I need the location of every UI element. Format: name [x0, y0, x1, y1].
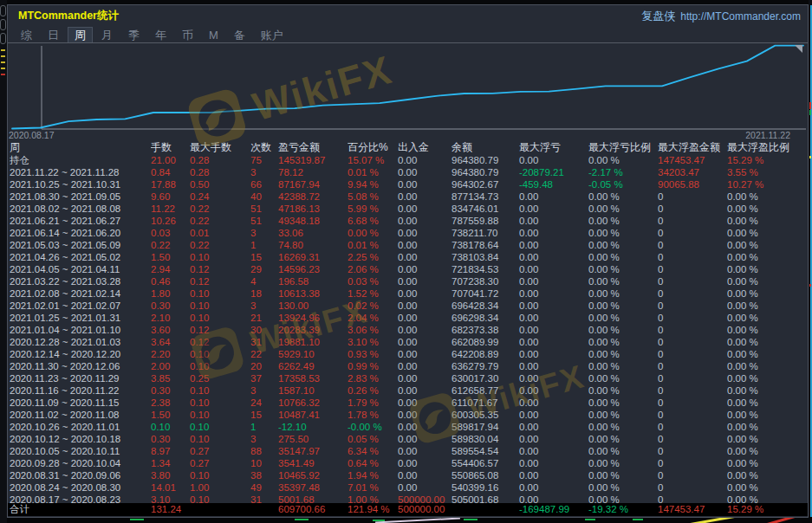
tab-备[interactable]: 备 — [228, 28, 251, 42]
tab-季[interactable]: 季 — [122, 28, 146, 42]
stats-table: 周手数最大手数次数盈亏金额百分比%出入金余额最大浮亏最大浮亏比例最大浮盈金额最大… — [8, 141, 808, 517]
cell-7: 642208.89 — [451, 348, 519, 360]
cell-2: 1.00 — [190, 481, 250, 494]
cell-3: 3 — [250, 227, 278, 239]
cell-5: 2.25 % — [348, 251, 398, 263]
cell-10: 0 — [658, 275, 727, 287]
cell-6: 0.00 — [398, 300, 451, 312]
table-row[interactable]: 2021.05.03 ~ 2021.05.090.220.22174.800.0… — [8, 239, 808, 251]
total-cell-10: 147453.47 — [658, 503, 727, 516]
total-cell-1: 131.24 — [151, 503, 190, 516]
cell-2: 0.10 — [190, 300, 250, 312]
table-row[interactable]: 2021.04.05 ~ 2021.04.112.940.122914596.2… — [8, 263, 808, 275]
cell-10: 147453.47 — [658, 154, 727, 166]
cell-10: 0 — [658, 263, 727, 275]
table-row[interactable]: 2020.08.31 ~ 2020.09.063.800.103810465.9… — [8, 469, 808, 481]
table-row[interactable]: 2021.06.14 ~ 2021.06.200.030.01333.060.0… — [8, 227, 808, 239]
cell-3: 31 — [250, 336, 278, 348]
brand-name: 复盘侠 — [641, 9, 675, 24]
table-row[interactable]: 2021.08.30 ~ 2021.09.059.600.244042388.7… — [8, 190, 808, 203]
table-row[interactable]: 2020.11.09 ~ 2020.11.152.380.102410766.3… — [8, 397, 808, 409]
table-row[interactable]: 2021.01.25 ~ 2021.01.312.100.102113924.9… — [8, 312, 808, 324]
window-titlebar[interactable]: MTCommander统计 复盘侠 http://MTCommander.com — [8, 5, 808, 27]
cell-7: 682373.38 — [451, 324, 519, 336]
table-row[interactable]: 2020.11.23 ~ 2020.11.293.850.253717358.5… — [8, 372, 808, 384]
cell-5: 6.34 % — [348, 445, 398, 457]
tab-日[interactable]: 日 — [42, 28, 65, 42]
table-row[interactable]: 2021.11.22 ~ 2021.11.280.840.28378.120.0… — [8, 166, 808, 178]
underlying-right-edge — [809, 0, 812, 523]
table-row[interactable]: 2020.10.05 ~ 2020.10.118.970.278835147.9… — [8, 445, 808, 457]
table-row[interactable]: 2020.09.28 ~ 2020.10.041.340.27103541.49… — [8, 457, 808, 469]
cell-6: 0.00 — [398, 445, 451, 457]
cell-3: 38 — [250, 469, 278, 481]
cell-4: 1587.10 — [278, 384, 348, 397]
cell-1: 2.20 — [151, 348, 190, 360]
cell-11: 0.00 % — [727, 457, 805, 469]
table-row[interactable]: 2020.10.26 ~ 2020.11.010.100.101-12.10-0… — [8, 421, 808, 433]
cell-5: 5.99 % — [348, 203, 398, 215]
table-row[interactable]: 2020.12.14 ~ 2020.12.202.200.10225929.10… — [8, 348, 808, 360]
table-row[interactable]: 2020.10.12 ~ 2020.10.180.300.103275.500.… — [8, 433, 808, 445]
table-row[interactable]: 2020.08.24 ~ 2020.08.3014.011.004935397.… — [8, 481, 808, 494]
cell-2: 0.10 — [190, 312, 250, 324]
cell-2: 0.10 — [190, 397, 250, 409]
cell-9: 0.00 % — [588, 397, 658, 409]
brand-url[interactable]: http://MTCommander.com — [680, 10, 801, 23]
cell-3: 21 — [250, 312, 278, 324]
table-row[interactable]: 持仓21.000.2875145319.8715.07 %0.00964380.… — [8, 154, 808, 166]
table-row[interactable]: 2021.02.08 ~ 2021.02.141.800.101810613.3… — [8, 287, 808, 300]
total-cell-5: 121.94 % — [348, 503, 398, 516]
cell-3: 75 — [250, 154, 278, 166]
cell-7: 877134.73 — [451, 190, 519, 203]
cell-9: 0.00 % — [588, 300, 658, 312]
tab-月[interactable]: 月 — [95, 28, 119, 42]
table-row[interactable]: 2020.11.16 ~ 2020.11.220.300.1031587.100… — [8, 384, 808, 397]
cell-6: 0.00 — [398, 275, 451, 287]
cell-9: 0.00 % — [588, 227, 658, 239]
col-header-3: 次数 — [250, 141, 278, 154]
tab-周[interactable]: 周 — [68, 28, 92, 42]
cell-6: 0.00 — [398, 324, 451, 336]
cell-2: 0.10 — [190, 287, 250, 300]
total-cell-9: -19.32 % — [588, 503, 658, 516]
table-row[interactable]: 2020.12.28 ~ 2021.01.033.640.123119881.1… — [8, 336, 808, 348]
table-row[interactable]: 2021.04.26 ~ 2021.05.021.500.101516269.3… — [8, 251, 808, 263]
menu-bar: 综日周月季年币M备账户 — [8, 27, 808, 43]
resize-grip-icon[interactable] — [795, 45, 802, 53]
tab-M[interactable]: M — [203, 28, 224, 42]
table-row[interactable]: 2020.11.30 ~ 2020.12.062.000.10206262.49… — [8, 360, 808, 372]
tab-综[interactable]: 综 — [15, 28, 38, 42]
cell-9: 0.00 % — [588, 215, 658, 227]
cell-11: 0.00 % — [727, 421, 805, 433]
tab-账户[interactable]: 账户 — [255, 28, 289, 42]
underlying-candle — [1, 55, 5, 57]
table-row[interactable]: 2021.06.21 ~ 2021.06.2710.260.225149348.… — [8, 215, 808, 227]
cell-4: 35147.97 — [278, 445, 348, 457]
tab-年[interactable]: 年 — [149, 28, 172, 42]
cell-1: 14.01 — [151, 481, 190, 494]
tab-币[interactable]: 币 — [176, 28, 199, 42]
cell-1: 1.50 — [151, 409, 190, 421]
table-row[interactable]: 2021.03.22 ~ 2021.03.280.460.124196.580.… — [8, 275, 808, 287]
cell-0: 2020.12.28 ~ 2021.01.03 — [10, 336, 151, 348]
cell-5: 6.68 % — [348, 215, 398, 227]
table-row[interactable]: 2021.08.02 ~ 2021.08.0811.220.225147186.… — [8, 203, 808, 215]
cell-4: 10465.92 — [278, 469, 348, 481]
cell-6: 0.00 — [398, 178, 451, 190]
cell-4: 35397.48 — [278, 481, 348, 494]
underlying-candle — [809, 102, 811, 109]
table-row[interactable]: 2021.10.25 ~ 2021.10.3117.880.506687167.… — [8, 178, 808, 190]
table-row[interactable]: 2021.02.01 ~ 2021.02.070.300.103130.000.… — [8, 300, 808, 312]
table-row[interactable]: 2020.11.02 ~ 2020.11.081.500.101510487.4… — [8, 409, 808, 421]
cell-8: 0.00 — [519, 372, 588, 384]
cell-1: 0.30 — [151, 300, 190, 312]
cell-9: 0.00 % — [588, 287, 658, 300]
cell-9: 0.00 % — [588, 275, 658, 287]
cell-0: 持仓 — [10, 154, 151, 166]
table-row[interactable]: 2021.01.04 ~ 2021.01.103.600.123020283.3… — [8, 324, 808, 336]
cell-6: 0.00 — [398, 190, 451, 203]
cell-6: 0.00 — [398, 336, 451, 348]
cell-3: 4 — [250, 275, 278, 287]
brand-link[interactable]: 复盘侠 http://MTCommander.com — [641, 9, 801, 24]
